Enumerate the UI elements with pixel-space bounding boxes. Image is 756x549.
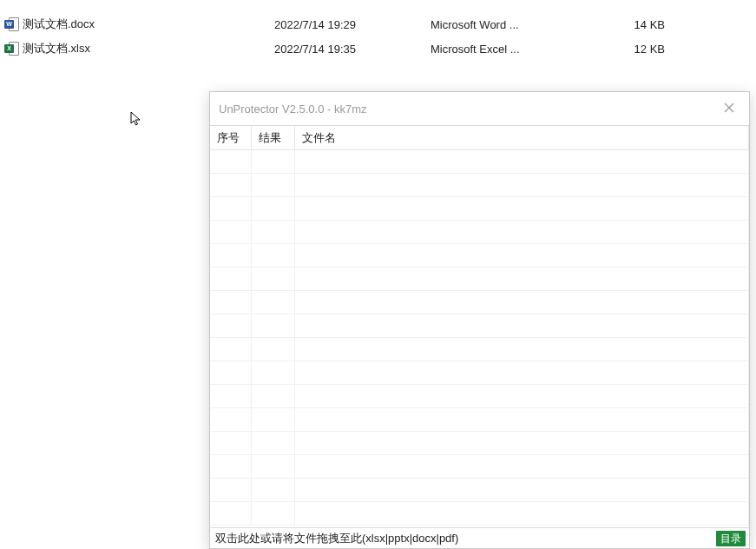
explorer-file-list: W 测试文档.docx 2022/7/14 19:29 Microsoft Wo…: [2, 12, 756, 61]
list-row-empty: [210, 174, 749, 197]
file-row[interactable]: X 测试文档.xlsx 2022/7/14 19:35 Microsoft Ex…: [2, 36, 756, 61]
col-header-filename[interactable]: 文件名: [295, 126, 749, 149]
list-row-empty: [210, 268, 749, 291]
listview-body[interactable]: [210, 150, 749, 527]
statusbar: 双击此处或请将文件拖拽至此(xlsx|pptx|docx|pdf) 目录: [210, 527, 749, 548]
file-size: 14 KB: [604, 18, 665, 31]
directory-button[interactable]: 目录: [716, 531, 746, 546]
list-row-empty: [210, 338, 749, 361]
titlebar[interactable]: UnProtector V2.5.0.0 - kk7mz: [210, 92, 749, 125]
file-date: 2022/7/14 19:29: [274, 18, 431, 31]
close-icon: [724, 103, 734, 116]
list-row-empty: [210, 502, 749, 526]
cursor-icon: [130, 111, 142, 127]
list-row-empty: [210, 197, 749, 221]
file-row[interactable]: W 测试文档.docx 2022/7/14 19:29 Microsoft Wo…: [2, 12, 756, 36]
col-header-seq[interactable]: 序号: [210, 126, 252, 149]
unprotector-window: UnProtector V2.5.0.0 - kk7mz 序号 结果 文件名 双…: [209, 91, 750, 549]
list-row-empty: [210, 221, 749, 244]
file-name: 测试文档.xlsx: [23, 41, 274, 56]
window-title: UnProtector V2.5.0.0 - kk7mz: [219, 103, 367, 116]
list-row-empty: [210, 455, 749, 479]
listview-header: 序号 结果 文件名: [210, 126, 749, 150]
list-row-empty: [210, 291, 749, 314]
list-row-empty: [210, 408, 749, 432]
list-row-empty: [210, 244, 749, 268]
word-doc-icon: W: [2, 17, 23, 31]
file-type: Microsoft Word ...: [431, 18, 604, 31]
list-row-empty: [210, 432, 749, 455]
file-size: 12 KB: [604, 43, 665, 56]
list-row-empty: [210, 361, 749, 385]
col-header-result[interactable]: 结果: [252, 126, 295, 149]
excel-doc-icon: X: [2, 42, 23, 56]
list-row-empty: [210, 150, 749, 174]
status-hint[interactable]: 双击此处或请将文件拖拽至此(xlsx|pptx|docx|pdf): [215, 531, 458, 546]
list-row-empty: [210, 314, 749, 338]
file-name: 测试文档.docx: [23, 17, 274, 32]
file-type: Microsoft Excel ...: [431, 43, 604, 56]
list-row-empty: [210, 385, 749, 408]
file-date: 2022/7/14 19:35: [274, 43, 431, 56]
close-button[interactable]: [709, 92, 749, 125]
file-listview[interactable]: 序号 结果 文件名: [210, 125, 749, 527]
list-row-empty: [210, 479, 749, 502]
